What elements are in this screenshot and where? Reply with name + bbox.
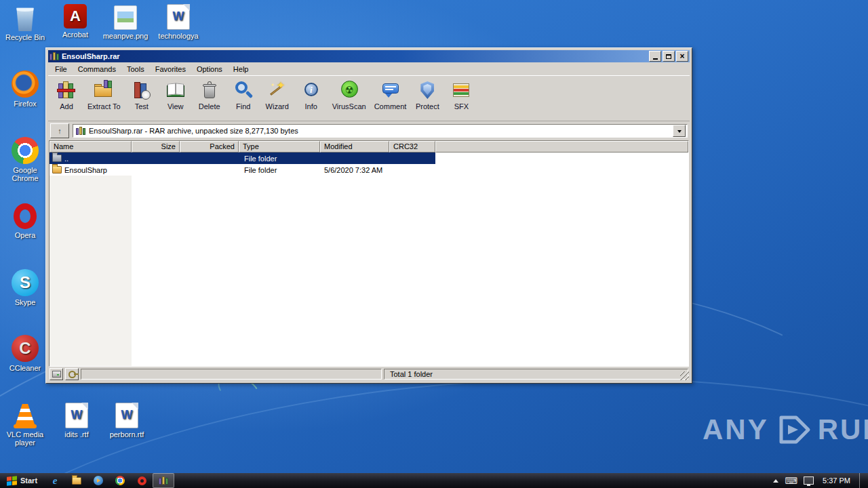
hidden-icons-chevron[interactable] — [773, 476, 778, 483]
find-button[interactable]: Find — [226, 77, 260, 112]
desktop-icon-perborn-rtf[interactable]: perborn.rtf — [102, 403, 152, 439]
desktop-icon-meanpve[interactable]: meanpve.png — [100, 5, 151, 40]
sfx-button[interactable]: SFX — [444, 77, 478, 112]
column-header-packed[interactable]: Packed — [180, 141, 239, 152]
desktop-icon-technologya[interactable]: technologya — [153, 4, 203, 40]
desktop-icon-vlc[interactable]: VLC media player — [0, 404, 50, 447]
file-list: Name Size Packed Type Modified CRC32 .. … — [49, 140, 689, 367]
menu-favorites[interactable]: Favorites — [150, 64, 191, 75]
winrar-window: EnsoulSharp.rar File Commands Tools Favo… — [45, 47, 692, 384]
archive-address-combobox[interactable]: EnsoulSharp.rar - RAR archive, unpacked … — [73, 124, 688, 138]
taskbar-internet-explorer[interactable] — [44, 473, 66, 488]
recycle-bin-icon — [15, 5, 35, 31]
menu-commands[interactable]: Commands — [73, 64, 121, 75]
opera-icon — [138, 476, 146, 485]
desktop-icon-idits-rtf[interactable]: idits .rtf — [52, 403, 102, 439]
desktop-icon-firefox[interactable]: Firefox — [0, 70, 50, 108]
icon-label: Skype — [0, 298, 50, 306]
desktop-icon-opera[interactable]: Opera — [0, 203, 50, 239]
media-player-icon — [94, 476, 103, 485]
desktop-icon-acrobat[interactable]: Acrobat — [50, 4, 100, 39]
sfx-package-icon — [450, 79, 472, 101]
taskbar-opera[interactable] — [131, 473, 153, 488]
desktop-icon-recycle-bin[interactable]: Recycle Bin — [0, 5, 50, 41]
start-button[interactable]: Start — [0, 473, 44, 488]
comment-bubble-icon — [380, 79, 401, 101]
file-type: File folder — [239, 166, 320, 174]
opera-icon — [14, 203, 37, 229]
menu-file[interactable]: File — [50, 64, 73, 75]
menu-tools[interactable]: Tools — [121, 64, 150, 75]
ccleaner-icon — [12, 335, 39, 362]
close-button[interactable] — [676, 51, 688, 62]
test-button[interactable]: Test — [125, 77, 159, 112]
system-tray: 5:37 PM — [773, 473, 868, 488]
column-header-name[interactable]: Name — [50, 141, 132, 152]
taskbar-chrome[interactable] — [109, 473, 131, 488]
view-button[interactable]: View — [159, 77, 193, 112]
file-row-updir[interactable]: .. File folder — [50, 152, 688, 164]
file-modified: 5/6/2020 7:32 AM — [320, 166, 389, 174]
info-circle-icon — [300, 79, 322, 101]
column-header-type[interactable]: Type — [239, 141, 320, 152]
icon-label: CCleaner — [0, 364, 50, 372]
column-header-filler — [435, 141, 688, 152]
view-file-icon — [165, 79, 186, 101]
chevron-down-icon — [677, 130, 682, 135]
comment-button[interactable]: Comment — [370, 77, 411, 112]
icon-label: VLC media player — [0, 430, 50, 447]
column-header-size[interactable]: Size — [132, 141, 180, 152]
protect-button[interactable]: Protect — [410, 77, 444, 112]
show-desktop-button[interactable] — [859, 473, 866, 488]
resize-grip[interactable] — [680, 371, 689, 380]
desktop-icon-ccleaner[interactable]: CCleaner — [0, 335, 50, 372]
vlc-icon — [14, 404, 37, 428]
extract-to-button[interactable]: Extract To — [83, 77, 125, 112]
taskbar-media-player[interactable] — [87, 473, 109, 488]
winrar-app-icon — [50, 52, 59, 60]
address-dropdown-button[interactable] — [673, 125, 686, 137]
file-type: File folder — [239, 155, 320, 163]
icon-label: Google Chrome — [0, 166, 50, 182]
icon-label: Firefox — [0, 100, 50, 108]
up-directory-button[interactable] — [50, 123, 69, 138]
info-button[interactable]: Info — [294, 77, 328, 112]
file-name: .. — [64, 155, 68, 163]
firefox-icon — [12, 70, 39, 98]
taskbar-winrar-active[interactable] — [153, 473, 174, 488]
desktop-icon-skype[interactable]: Skype — [0, 269, 50, 306]
key-button[interactable] — [65, 368, 79, 380]
menu-help[interactable]: Help — [228, 64, 254, 75]
network-status-icon[interactable] — [804, 476, 814, 485]
file-name: EnsoulSharp — [64, 166, 107, 174]
delete-button[interactable]: Delete — [193, 77, 226, 112]
icon-label: Recycle Bin — [0, 33, 50, 41]
virusscan-button[interactable]: VirusScan — [328, 77, 370, 112]
add-archive-icon — [56, 79, 77, 101]
taskbar-explorer[interactable] — [66, 473, 87, 488]
magic-wand-icon — [267, 79, 288, 101]
column-header-modified[interactable]: Modified — [320, 141, 389, 152]
start-label: Start — [20, 476, 37, 485]
status-total-text: Total 1 folder — [390, 370, 433, 378]
desktop-icon-chrome[interactable]: Google Chrome — [0, 137, 50, 182]
column-header-crc32[interactable]: CRC32 — [389, 141, 435, 152]
icon-label: Acrobat — [50, 30, 100, 39]
minimize-button[interactable] — [649, 51, 661, 62]
maximize-button[interactable] — [663, 51, 675, 62]
taskbar-clock[interactable]: 5:37 PM — [820, 476, 853, 485]
file-row-ensoulsharp[interactable]: EnsoulSharp File folder 5/6/2020 7:32 AM — [50, 164, 688, 176]
chrome-icon — [12, 137, 39, 164]
add-button[interactable]: Add — [50, 77, 83, 112]
archive-address-text: EnsoulSharp.rar - RAR archive, unpacked … — [89, 127, 669, 135]
drive-button[interactable] — [50, 368, 63, 380]
watermark-text-any: ANY — [703, 413, 769, 446]
drive-icon — [52, 371, 61, 378]
icon-label: Opera — [0, 231, 50, 239]
menu-options[interactable]: Options — [191, 64, 228, 75]
titlebar[interactable]: EnsoulSharp.rar — [48, 50, 690, 62]
wizard-button[interactable]: Wizard — [260, 77, 294, 112]
status-panel-total: Total 1 folder — [384, 369, 688, 380]
keyboard-layout-icon[interactable] — [785, 476, 797, 486]
internet-explorer-icon — [53, 475, 58, 487]
